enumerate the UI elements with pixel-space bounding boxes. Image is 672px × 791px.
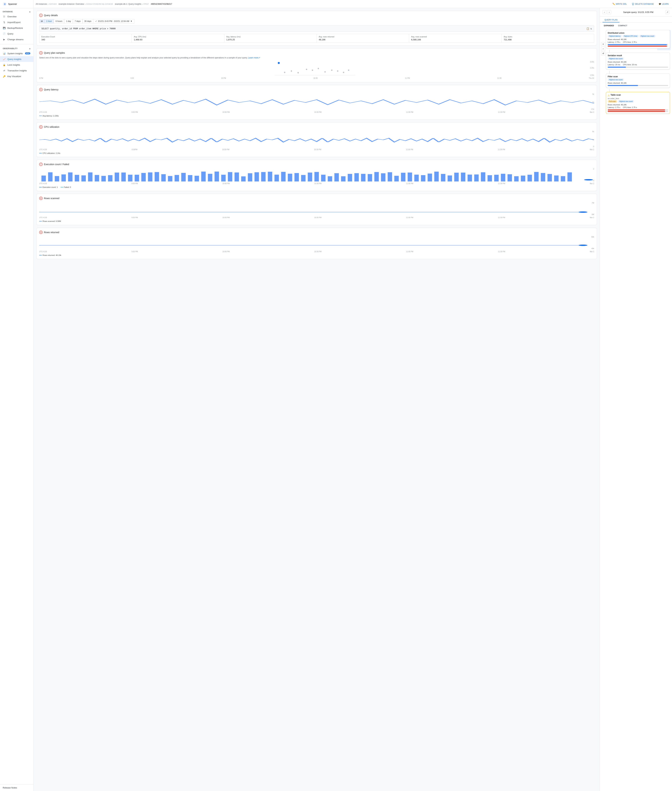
time-btn-6hours[interactable]: 6 hours: [54, 19, 64, 23]
nav-prev-button[interactable]: ‹: [603, 10, 606, 14]
node-2-bar-wrapper: [608, 67, 668, 68]
sidebar-item-transaction-insights[interactable]: ⇄ Transaction insights: [0, 68, 34, 74]
sidebar-item-query-insights[interactable]: 📈 Query insights: [0, 56, 34, 62]
copy-icon[interactable]: 📋: [586, 27, 589, 30]
node-3-bar-wrapper: [608, 85, 668, 86]
sidebar-item-system-insights[interactable]: 📊 System insights NEW: [0, 51, 34, 56]
learn-button[interactable]: 🎓 LEARN: [657, 2, 670, 6]
metric-avg-rows-scanned: Avg. rows scanned 6,580,166: [409, 34, 501, 43]
rs-header: 8 Rows scanned: [39, 197, 594, 200]
collapse-icon[interactable]: ▲: [29, 11, 31, 13]
zoom-out-button[interactable]: −: [601, 47, 605, 51]
svg-rect-29: [214, 171, 219, 181]
svg-rect-51: [361, 174, 365, 181]
sidebar-item-overview[interactable]: ☷ Overview: [0, 14, 34, 19]
rs-svg: [39, 202, 594, 215]
main-area: All instances › INSTANCE example-instanc…: [34, 0, 672, 791]
rr-chart-wrapper: 50k 49k UTC+5:30 9:30 PM 10:00 PM 10:30 …: [39, 236, 594, 253]
delete-database-button[interactable]: 🗑️ DELETE DATABASE: [630, 2, 655, 6]
metric-avg-bytes: Avg. bytes 721,498: [502, 34, 594, 43]
svg-rect-43: [308, 173, 312, 181]
cpu-legend: CPU utilization: 2.24s: [39, 152, 594, 154]
sidebar-item-import-export[interactable]: ⇅ Import/Export: [0, 19, 34, 25]
node-bar: [608, 44, 667, 45]
node-2-tags: Highest row count: [608, 58, 668, 60]
svg-rect-4: [48, 172, 53, 181]
sidebar-item-query[interactable]: 📄 Query: [0, 31, 34, 37]
scatter-dot[interactable]: [284, 72, 285, 73]
nav-next-button[interactable]: ›: [607, 10, 611, 14]
scatter-dot-selected[interactable]: [278, 62, 280, 64]
right-panel: ‹ › Sample query: 3/1/23, 9:55 PM ↗ QUER…: [600, 8, 672, 791]
time-btn-7days[interactable]: 7 days: [73, 19, 82, 23]
expand-panel-button[interactable]: ↗: [665, 10, 669, 14]
scatter-dot[interactable]: [298, 72, 299, 74]
svg-rect-56: [394, 176, 399, 181]
tab-query-plan[interactable]: QUERY PLAN: [603, 18, 619, 22]
scatter-dot[interactable]: [306, 69, 307, 70]
svg-rect-57: [401, 173, 405, 181]
sidebar-item-backup-restore[interactable]: 💾 Backup/Restore: [0, 25, 34, 31]
sidebar-item-lock-insights[interactable]: 🔒 Lock insights: [0, 62, 34, 68]
scatter-dot[interactable]: [343, 72, 344, 73]
breadcrumb-instance[interactable]: INSTANCE example-instance: Overview ›: [49, 3, 85, 5]
scatter-dot[interactable]: [331, 69, 333, 71]
plan-node-table-scan[interactable]: ⚠ Table scan on order_item Full scan Hig…: [606, 92, 670, 114]
connector-3: [609, 89, 610, 92]
svg-rect-11: [95, 175, 99, 181]
node-tags: Highest latency Highest CPU time Highest…: [608, 35, 668, 37]
svg-rect-70: [488, 175, 492, 181]
tag-highest-row-count-2: Highest row count: [608, 58, 624, 60]
svg-rect-28: [208, 174, 212, 181]
rr-header: 9 Rows returned: [39, 231, 594, 234]
observability-section-header[interactable]: OBSERVABILITY ▲: [0, 46, 34, 51]
time-btn-1day[interactable]: 1 day: [64, 19, 73, 23]
qps-header: 3 Query plan samples: [39, 51, 594, 54]
sidebar-item-change-streams[interactable]: ▶ Change streams: [0, 37, 34, 42]
zoom-in-button[interactable]: +: [601, 42, 605, 46]
time-label: 10: [39, 19, 44, 23]
reset-view-button[interactable]: ↺: [601, 51, 605, 56]
svg-rect-7: [68, 172, 72, 181]
query-latency-card: 5 Query latency 3s 2s 1.5s UTC+5:30 9:30…: [36, 85, 597, 120]
learn-more-link[interactable]: Learn more↗: [248, 56, 260, 59]
sidebar: Spanner DATABASE ▲ ☷ Overview ⇅ Import/E…: [0, 0, 34, 791]
svg-rect-6: [61, 175, 66, 181]
rs-legend-item: Rows scanned: 6.58M: [39, 220, 61, 222]
backup-icon: 💾: [3, 26, 6, 29]
scatter-dot[interactable]: [312, 69, 313, 71]
sidebar-item-release-notes[interactable]: Release Notes: [3, 786, 31, 789]
rs-x-axis: UTC+5:30 9:30 PM 10:00 PM 10:30 PM 11:00…: [39, 216, 594, 219]
write-ddl-button[interactable]: ✏️ WRITE DDL: [611, 2, 628, 6]
node-3-bar: [608, 85, 638, 86]
scatter-x-axis: 9 PM 9:30 10 PM 10:30 11 PM 11:30 Thu 02: [39, 77, 594, 80]
database-section-header[interactable]: DATABASE ▲: [0, 10, 34, 14]
qps-description: Select one of the dots to see a query pl…: [39, 56, 594, 59]
svg-rect-33: [241, 176, 246, 181]
breadcrumb-database[interactable]: GOOGLE STANDARD SQL DATABASE example-db-…: [86, 3, 143, 5]
section-number-9: 9: [39, 231, 43, 234]
date-range-button[interactable]: ✓ 3/1/23, 8:43 PM - 3/2/23, 12:04 AM ▼: [93, 19, 134, 23]
view-compact-btn[interactable]: COMPACT: [617, 24, 629, 27]
scatter-dot[interactable]: [337, 70, 338, 72]
connector-2: [609, 71, 610, 74]
plan-node-serialize-result[interactable]: Serialize result Highest row count Rows …: [606, 53, 670, 69]
rows-returned-card: 9 Rows returned 50k 49k UTC+5:30 9:30 PM…: [36, 228, 597, 259]
sidebar-item-key-visualizer[interactable]: 🔑 Key Visualizer: [0, 74, 34, 79]
scatter-dot[interactable]: [325, 71, 326, 72]
svg-rect-12: [101, 176, 106, 181]
time-btn-1hour[interactable]: 1 hour: [44, 19, 54, 23]
scatter-dot[interactable]: [348, 69, 349, 71]
scatter-dot[interactable]: [318, 68, 319, 69]
plan-node-filter-scan[interactable]: Filter scan Highest row count Rows retur…: [606, 74, 670, 88]
plan-node-distributed-union[interactable]: Distributed union Highest latency Highes…: [606, 30, 670, 48]
time-btn-30days[interactable]: 30 days: [82, 19, 93, 23]
ql-header: 5 Query latency: [39, 88, 594, 91]
collapse-icon-obs[interactable]: ▲: [29, 48, 31, 50]
view-expanded-btn[interactable]: EXPANDED: [603, 24, 615, 27]
svg-rect-76: [528, 175, 532, 181]
expand-icon[interactable]: ⇅: [590, 27, 592, 30]
view-toggle: EXPANDED COMPACT: [600, 22, 672, 29]
scatter-dot[interactable]: [291, 70, 292, 72]
breadcrumb-all-instances[interactable]: All instances ›: [36, 3, 48, 5]
